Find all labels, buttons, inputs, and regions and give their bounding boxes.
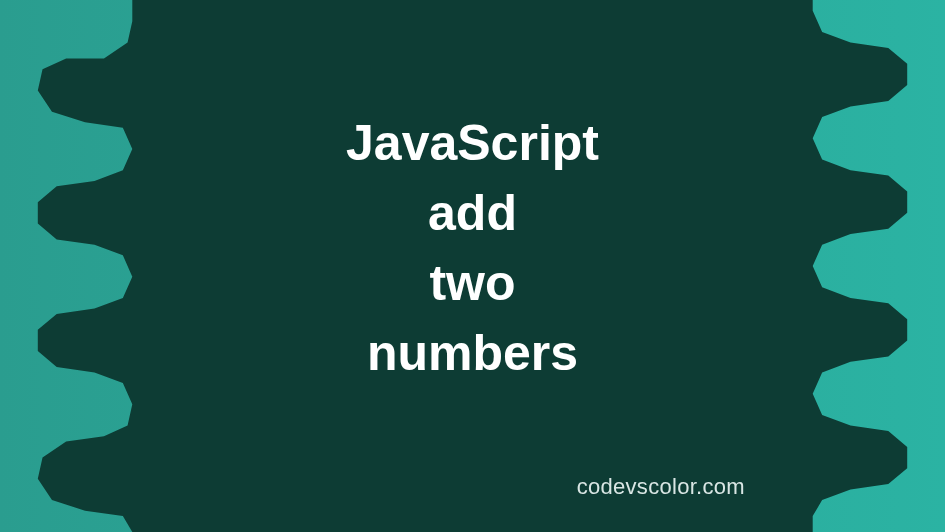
watermark-text: codevscolor.com	[577, 474, 745, 500]
banner-container: JavaScript add two numbers codevscolor.c…	[0, 0, 945, 532]
title-line-3: two	[223, 248, 723, 318]
title-block: JavaScript add two numbers	[223, 108, 723, 388]
title-line-4: numbers	[223, 318, 723, 388]
title-line-1: JavaScript	[223, 108, 723, 178]
title-line-2: add	[223, 178, 723, 248]
